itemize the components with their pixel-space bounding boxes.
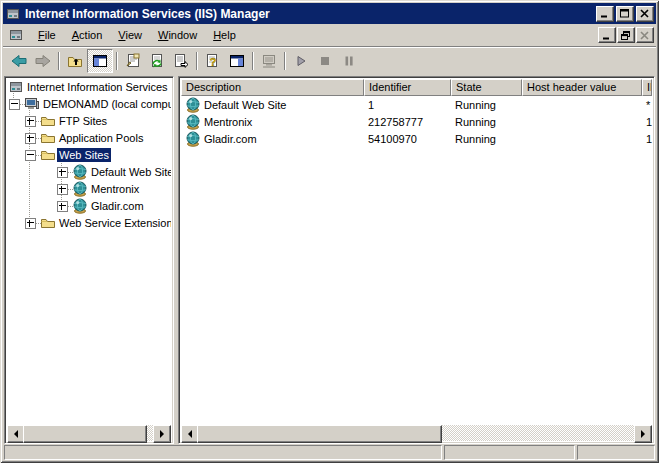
menu-window[interactable]: Window bbox=[150, 26, 205, 44]
refresh-icon bbox=[149, 53, 165, 69]
tree-item-label[interactable]: Application Pools bbox=[57, 131, 145, 145]
collapse-toggle[interactable] bbox=[25, 150, 36, 161]
app-icon-glyph bbox=[5, 6, 21, 22]
menu-items: FileActionViewWindowHelp bbox=[30, 26, 244, 44]
tree-item-application-pools[interactable]: Application Pools bbox=[7, 130, 171, 147]
child-close-button[interactable] bbox=[636, 27, 654, 43]
tree-item-label[interactable]: Mentronix bbox=[89, 182, 141, 196]
scroll-thumb[interactable] bbox=[23, 425, 147, 443]
list-row-gladir-com[interactable]: Gladir.com54100970Running1 bbox=[181, 130, 652, 147]
tree-item-internet-information-services[interactable]: Internet Information Services bbox=[7, 79, 171, 96]
list-horizontal-scrollbar[interactable] bbox=[181, 425, 652, 441]
menu-file[interactable]: File bbox=[30, 26, 64, 44]
tree-item-demonamd-local-computer[interactable]: DEMONAMD (local computer) bbox=[7, 96, 171, 113]
window-title: Internet Information Services (IIS) Mana… bbox=[25, 7, 594, 21]
scroll-right-button[interactable] bbox=[634, 425, 652, 443]
cell-ip-address: 1 bbox=[642, 130, 652, 147]
menu-action[interactable]: Action bbox=[64, 26, 111, 44]
column-header-host-header-value[interactable]: Host header value bbox=[522, 79, 642, 96]
tree-item-web-service-extensions[interactable]: Web Service Extensions bbox=[7, 215, 171, 232]
list-row-default-web-site[interactable]: Default Web Site1Running* bbox=[181, 96, 652, 113]
globe-icon bbox=[72, 164, 88, 180]
tree-horizontal-scrollbar[interactable] bbox=[7, 425, 171, 441]
cell-text: * bbox=[646, 99, 650, 111]
expand-toggle[interactable] bbox=[57, 201, 68, 212]
tree-item-label[interactable]: Web Sites bbox=[57, 148, 111, 162]
scroll-thumb[interactable] bbox=[197, 425, 442, 443]
window-tree-icon bbox=[92, 53, 108, 69]
refresh-button[interactable] bbox=[145, 50, 169, 72]
tree-item-label[interactable]: Internet Information Services bbox=[25, 80, 170, 94]
toolbar-separator bbox=[252, 52, 254, 70]
back-button[interactable] bbox=[7, 50, 31, 72]
globe-icon bbox=[185, 114, 201, 130]
cell-description: Default Web Site bbox=[181, 96, 364, 113]
toggle-glyph bbox=[29, 118, 30, 125]
properties-button[interactable] bbox=[121, 50, 145, 72]
child-minimize-button[interactable] bbox=[598, 27, 616, 43]
triangle-left-icon bbox=[184, 430, 192, 438]
help-button[interactable]: ? bbox=[201, 50, 225, 72]
arrow-left-icon bbox=[11, 53, 27, 69]
show-hide-console-tree-button[interactable] bbox=[87, 49, 113, 73]
expand-toggle[interactable] bbox=[57, 184, 68, 195]
tree-item-label[interactable]: Default Web Site bbox=[89, 165, 171, 179]
list-row-mentronix[interactable]: Mentronix212758777Running1 bbox=[181, 113, 652, 130]
collapse-toggle[interactable] bbox=[9, 99, 20, 110]
tree-item-web-sites[interactable]: Web Sites bbox=[7, 147, 171, 164]
list-column-headers: DescriptionIdentifierStateHost header va… bbox=[181, 79, 652, 96]
tree-item-label[interactable]: DEMONAMD (local computer) bbox=[41, 97, 171, 111]
folder-up-icon bbox=[67, 53, 83, 69]
export-list-button[interactable] bbox=[169, 50, 193, 72]
show-hide-action-pane-button[interactable] bbox=[225, 50, 249, 72]
minimize-icon bbox=[600, 9, 610, 18]
cell-description: Gladir.com bbox=[181, 130, 364, 147]
cell-ip-address: * bbox=[642, 96, 652, 113]
expand-toggle[interactable] bbox=[57, 167, 68, 178]
tree-item-label[interactable]: Web Service Extensions bbox=[57, 216, 171, 230]
menu-view[interactable]: View bbox=[110, 26, 150, 44]
up-one-level-button[interactable] bbox=[63, 50, 87, 72]
tree-item-default-web-site[interactable]: Default Web Site bbox=[7, 164, 171, 181]
iis-manager-window: Internet Information Services (IIS) Mana… bbox=[0, 0, 659, 463]
cell-text: Running bbox=[455, 99, 496, 111]
minimize-button[interactable] bbox=[596, 6, 614, 22]
toggle-glyph bbox=[29, 135, 30, 142]
tree-item-ftp-sites[interactable]: FTP Sites bbox=[7, 113, 171, 130]
tree-item-label[interactable]: Gladir.com bbox=[89, 199, 146, 213]
triangle-right-icon bbox=[641, 430, 649, 438]
cell-text: Mentronix bbox=[204, 116, 252, 128]
tree-item-gladir-com[interactable]: Gladir.com bbox=[7, 198, 171, 215]
tree-item-label[interactable]: FTP Sites bbox=[57, 114, 109, 128]
toggle-glyph bbox=[11, 103, 18, 104]
expand-toggle[interactable] bbox=[25, 218, 36, 229]
cell-text: 1 bbox=[646, 116, 652, 128]
cell-state: Running bbox=[451, 113, 522, 130]
app-icon bbox=[5, 6, 21, 22]
maximize-button[interactable] bbox=[616, 6, 634, 22]
expand-toggle[interactable] bbox=[25, 116, 36, 127]
column-header-identifier[interactable]: Identifier bbox=[364, 79, 451, 96]
column-header-description[interactable]: Description bbox=[181, 79, 364, 96]
mdi-window-buttons bbox=[597, 27, 654, 43]
menu-help[interactable]: Help bbox=[205, 26, 244, 44]
column-header-ip-address[interactable]: IP address bbox=[642, 79, 652, 96]
tree-item-mentronix[interactable]: Mentronix bbox=[7, 181, 171, 198]
globe-icon bbox=[72, 181, 88, 197]
restore-icon bbox=[621, 31, 631, 40]
child-restore-button[interactable] bbox=[617, 27, 635, 43]
close-button[interactable] bbox=[636, 6, 654, 22]
results-list: Default Web Site1Running*Mentronix212758… bbox=[181, 96, 652, 425]
status-section-2 bbox=[444, 445, 575, 460]
scroll-right-button[interactable] bbox=[153, 425, 171, 443]
console-tree-pane: Internet Information ServicesDEMONAMD (l… bbox=[4, 76, 174, 444]
child-window-icon-glyph bbox=[8, 27, 24, 43]
title-bar[interactable]: Internet Information Services (IIS) Mana… bbox=[3, 3, 656, 24]
stop-icon bbox=[317, 53, 333, 69]
close-icon bbox=[640, 9, 650, 18]
console-tree: Internet Information ServicesDEMONAMD (l… bbox=[7, 79, 171, 425]
expand-toggle[interactable] bbox=[25, 133, 36, 144]
start-item-button bbox=[289, 50, 313, 72]
titlebar-buttons bbox=[594, 6, 654, 22]
column-header-state[interactable]: State bbox=[451, 79, 522, 96]
